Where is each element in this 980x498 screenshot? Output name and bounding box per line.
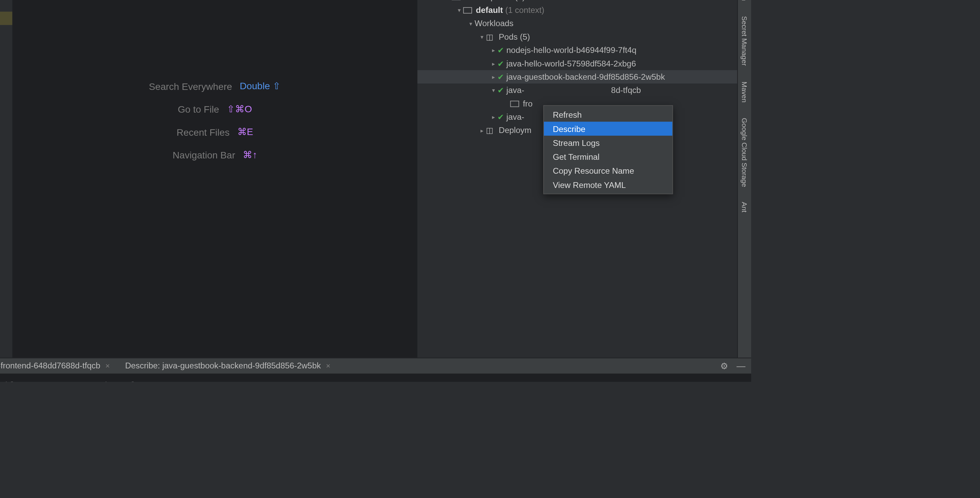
- pod-node[interactable]: ✔nodejs-hello-world-b46944f99-7ft4q: [417, 43, 737, 57]
- pods-label: Pods (5): [499, 32, 530, 41]
- tree-item[interactable]: Dockerfile: [0, 38, 12, 52]
- tip-search-everywhere: Search Everywhere: [149, 81, 232, 92]
- console-tab-describe-backend[interactable]: Describe: java-guestbook-backend-9df85d8…: [117, 358, 338, 374]
- kube-tree[interactable]: ⛬ Cluster Explorer cloud-code-minikube (…: [417, 0, 737, 358]
- editor-empty-state: Search Everywhere Double ⇧ Go to File ⇧⌘…: [13, 0, 417, 358]
- tree-item[interactable]: frontend.iml: [0, 52, 12, 65]
- tool-stripe-ant[interactable]: Ant: [741, 202, 748, 213]
- namespaces-node[interactable]: Namespaces (4): [417, 0, 737, 3]
- menu-item-get-terminal[interactable]: Get Terminal: [544, 150, 673, 164]
- menu-item-view-remote-yaml[interactable]: View Remote YAML: [544, 178, 673, 192]
- pod-node[interactable]: ✔java-guestbook-backend-9df85d856-2w5bk: [417, 70, 737, 83]
- pods-icon: ◫: [486, 32, 495, 41]
- close-icon[interactable]: ×: [105, 361, 110, 370]
- project-tool-window: ▦ Project ▾ ⊕ ⇲ ⚙ — test-guestbook [java…: [0, 0, 13, 358]
- expand-arrow[interactable]: [490, 114, 498, 120]
- expand-arrow[interactable]: [490, 73, 498, 80]
- menu-item-describe[interactable]: Describe: [544, 122, 673, 136]
- menu-item-stream-logs[interactable]: Stream Logs: [544, 136, 673, 150]
- deployments-label: Deploym: [499, 126, 531, 135]
- console-tab-describe-frontend[interactable]: Describe: java-guestbook-frontend-648dd7…: [0, 358, 117, 374]
- project-tree[interactable]: test-guestbook [java-guestbook] ~/test-g…: [0, 0, 12, 358]
- tree-item[interactable]: mvnw: [0, 118, 12, 132]
- pod-name: java-guestbook-backend-9df85d856-2w5bk: [506, 72, 665, 81]
- check-icon: ✔: [498, 59, 506, 68]
- console-tab-bar: Kubernetes Explorer Console: Describe: j…: [0, 358, 751, 374]
- tool-stripe-cloud-run[interactable]: Cloud Run: [741, 0, 748, 1]
- kubernetes-explorer-panel: Kubernetes Explorer ⚙ — ▥ ⟳ ? + System d…: [417, 0, 737, 358]
- tree-item[interactable]: mvnw.cmd: [0, 132, 12, 145]
- pod-name: java-hello-world-57598df584-2xbg6: [506, 59, 636, 68]
- deployments-icon: ◫: [486, 126, 495, 135]
- tree-item[interactable]: target: [0, 11, 12, 25]
- tree-item[interactable]: img: [0, 78, 12, 92]
- workloads-node[interactable]: Workloads: [417, 17, 737, 30]
- tool-stripe-maven[interactable]: Maven: [741, 81, 748, 102]
- expand-arrow[interactable]: [479, 33, 486, 40]
- pod-node[interactable]: ✔java-xxxxxxxxxxxxxxxxxxxxx8d-tfqcb: [417, 83, 737, 97]
- expand-arrow[interactable]: [490, 60, 498, 67]
- menu-item-copy-resource-name[interactable]: Copy Resource Name: [544, 164, 673, 177]
- pod-node[interactable]: ✔java-hello-world-57598df584-2xbg6: [417, 57, 737, 70]
- namespace-default[interactable]: default (1 context): [417, 3, 737, 17]
- check-icon: ✔: [498, 86, 506, 95]
- pod-name: java-xxxxxxxxxxxxxxxxxxxxx8d-tfqcb: [506, 86, 641, 95]
- container-name: fro: [523, 99, 532, 108]
- tree-item[interactable]: src: [0, 0, 12, 11]
- tree-item[interactable]: checkstyle.xml: [0, 25, 12, 38]
- close-icon[interactable]: ×: [326, 361, 330, 370]
- tool-stripe-google-cloud-storage[interactable]: Google Cloud Storage: [741, 118, 748, 187]
- check-icon: ✔: [498, 72, 506, 81]
- pods-node[interactable]: ◫ Pods (5): [417, 30, 737, 43]
- expand-arrow[interactable]: [455, 7, 463, 13]
- container-icon: [510, 100, 519, 107]
- expand-arrow[interactable]: [490, 87, 498, 94]
- console-output[interactable]: node.kubernetes.io/unreachable:NoExecute…: [0, 374, 751, 382]
- tip-nav-bar: Navigation Bar: [173, 150, 235, 161]
- check-icon: ✔: [498, 46, 506, 55]
- gear-icon[interactable]: ⚙: [719, 361, 729, 371]
- expand-arrow[interactable]: [467, 21, 475, 27]
- namespace-name: default: [476, 5, 503, 15]
- workloads-label: Workloads: [475, 19, 514, 28]
- kbd-double-shift: Double ⇧: [240, 80, 281, 92]
- check-icon: ✔: [498, 113, 506, 121]
- expand-arrow[interactable]: [479, 127, 486, 134]
- tip-go-to-file: Go to File: [178, 104, 219, 115]
- expand-arrow[interactable]: [490, 47, 498, 53]
- tree-item[interactable]: kubernetes-manifests: [0, 92, 12, 105]
- namespace-ctx: (1 context): [505, 5, 544, 15]
- right-tool-stripe: Kubernetes ExplorerCloud RunSecret Manag…: [737, 0, 751, 358]
- pod-context-menu: RefreshDescribeStream LogsGet TerminalCo…: [543, 105, 673, 194]
- kbd-goto-file: ⇧⌘O: [227, 103, 252, 115]
- namespaces-label: Namespaces (4): [465, 0, 525, 2]
- kbd-nav-bar: ⌘↑: [243, 149, 257, 161]
- tool-stripe-secret-manager[interactable]: Secret Manager: [741, 16, 748, 66]
- namespace-icon: [463, 7, 472, 13]
- hide-icon[interactable]: —: [736, 361, 746, 371]
- tree-item[interactable]: pom.xml: [0, 65, 12, 78]
- pod-name: nodejs-hello-world-b46944f99-7ft4q: [506, 45, 636, 55]
- tip-recent-files: Recent Files: [177, 127, 229, 137]
- kbd-recent-files: ⌘E: [237, 126, 253, 138]
- menu-item-refresh[interactable]: Refresh: [544, 108, 673, 121]
- tree-item[interactable]: .gitignore: [0, 105, 12, 118]
